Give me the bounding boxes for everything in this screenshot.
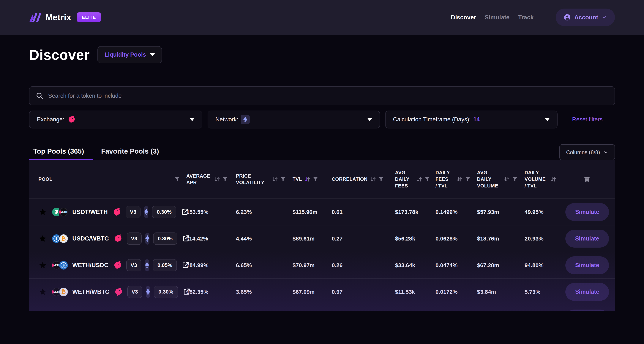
action-cell: Simulate: [559, 305, 615, 311]
header-avg-daily-fees: AVG DAILY FEES: [395, 169, 414, 189]
token-pair-icons: WETH ₿: [52, 287, 68, 297]
tvl-value: $89.61m: [292, 236, 332, 242]
tvl-sort-icon-active-desc[interactable]: [304, 176, 310, 182]
avg-daily-volume-sort-icon[interactable]: [504, 176, 510, 182]
table-row: $ ₿ USDC/WBTC V3 0.30% 114.42% 4.44% $89…: [29, 225, 615, 252]
favorite-star-icon[interactable]: [38, 208, 47, 216]
nav-item-simulate[interactable]: Simulate: [485, 14, 510, 21]
exchange-filter-dropdown[interactable]: Exchange:: [29, 111, 202, 128]
favorite-star-icon[interactable]: [38, 261, 47, 270]
daily-volume-tvl-value: 49.95%: [524, 209, 559, 215]
daily-fees-tvl-value: 0.1499%: [436, 209, 477, 215]
daily-volume-tvl-sort-icon[interactable]: [550, 176, 556, 182]
average-apr-value: 184.99%: [186, 262, 236, 268]
chevron-down-icon: [602, 14, 607, 20]
avg-daily-fees-value: $11.53k: [395, 289, 436, 295]
table-row: WETH $ WETH/USDC V3 0.05% 184.99% 6.65% …: [29, 252, 615, 278]
reset-filters-link[interactable]: Reset filters: [572, 116, 603, 123]
average-apr-filter-icon[interactable]: [222, 176, 228, 182]
ethereum-icon: [241, 115, 250, 124]
avg-daily-volume-filter-icon[interactable]: [512, 176, 518, 182]
avg-daily-fees-sort-icon[interactable]: [416, 176, 422, 182]
pool-fee-badge: 0.30%: [152, 206, 176, 218]
tvl-value: $70.97m: [292, 262, 332, 268]
favorite-star-icon[interactable]: [38, 288, 47, 296]
metrix-logo-icon: [29, 12, 41, 22]
price-volatility-value: 6.65%: [236, 262, 292, 268]
brand-logo[interactable]: Metrix: [29, 12, 71, 22]
token-icon-wbtc: ₿: [58, 287, 68, 297]
pool-cell: ₮ WETH USDT/WETH V3 0.30%: [29, 206, 186, 218]
daily-fees-tvl-value: 0.0172%: [436, 289, 477, 295]
ethereum-network-icon: [145, 259, 149, 271]
pool-fee-badge: 0.30%: [153, 233, 177, 245]
timeframe-filter-dropdown[interactable]: Calculation Timeframe (Days): 14: [385, 111, 558, 128]
price-volatility-sort-icon[interactable]: [272, 176, 278, 182]
correlation-sort-icon[interactable]: [370, 176, 376, 182]
pool-pair-label: WETH/USDC: [72, 262, 108, 269]
nav-item-track[interactable]: Track: [518, 14, 534, 21]
account-label: Account: [574, 14, 598, 21]
correlation-value: 0.61: [332, 209, 395, 215]
nav-item-discover[interactable]: Discover: [451, 14, 476, 21]
avg-daily-fees-filter-icon[interactable]: [424, 176, 430, 182]
daily-fees-tvl-value: 0.0474%: [436, 262, 477, 268]
pool-cell: WETH ₿ WETH/WBTC V3 0.30%: [29, 286, 186, 298]
top-navbar: Metrix ELITE Discover Simulate Track Acc…: [0, 0, 644, 35]
pool-fee-badge: 0.30%: [154, 286, 178, 298]
trash-icon[interactable]: [584, 176, 590, 183]
tvl-filter-icon[interactable]: [313, 176, 318, 182]
pool-version-badge: V3: [127, 286, 142, 298]
simulate-button[interactable]: Simulate: [565, 310, 609, 311]
correlation-value: 0.97: [332, 289, 395, 295]
network-filter-dropdown[interactable]: Network:: [208, 111, 380, 128]
pool-filter-icon[interactable]: [174, 176, 180, 182]
elite-badge: ELITE: [77, 12, 101, 22]
pool-cell: WETH $ WETH/USDC V3 0.05%: [29, 259, 186, 271]
favorite-star-icon[interactable]: [38, 234, 47, 243]
pool-version-badge: V3: [126, 259, 141, 271]
header-tvl: TVL: [292, 176, 302, 182]
correlation-value: 0.26: [332, 262, 395, 268]
correlation-filter-icon[interactable]: [378, 176, 384, 182]
price-volatility-filter-icon[interactable]: [280, 176, 286, 182]
simulate-button[interactable]: Simulate: [565, 283, 609, 301]
correlation-value: 0.27: [332, 236, 395, 242]
simulate-button[interactable]: Simulate: [565, 256, 609, 274]
token-pair-icons: ₮ WETH: [52, 207, 68, 217]
header-price-volatility: PRICE VOLATILITY: [236, 173, 270, 186]
tab-favorite-pools[interactable]: Favorite Pools (3): [92, 147, 168, 160]
search-icon: [36, 92, 44, 100]
price-volatility-value: 3.65%: [236, 289, 292, 295]
account-button[interactable]: Account: [556, 8, 615, 26]
daily-fees-tvl-filter-icon[interactable]: [465, 176, 470, 182]
network-filter-label: Network:: [216, 116, 238, 123]
table-body: ₮ WETH USDT/WETH V3 0.30% 153.55% 6.23% …: [29, 198, 615, 311]
token-icon-weth: WETH: [58, 207, 68, 217]
page-title: Discover: [29, 47, 90, 63]
action-cell: Simulate: [559, 225, 615, 252]
uniswap-exchange-icon: [114, 288, 123, 296]
token-icon-usdc: $: [58, 260, 68, 270]
columns-selector-button[interactable]: Columns (8/8): [560, 144, 615, 160]
uniswap-exchange-icon: [114, 234, 122, 243]
average-apr-value: 153.55%: [186, 209, 236, 215]
search-input[interactable]: [48, 92, 608, 99]
pool-version-badge: V3: [126, 206, 140, 218]
header-pool: POOL: [38, 176, 52, 182]
token-pair-icons: WETH $: [52, 260, 68, 270]
timeframe-filter-label: Calculation Timeframe (Days):: [393, 116, 471, 123]
simulate-button[interactable]: Simulate: [565, 203, 609, 221]
timeframe-filter-value: 14: [473, 116, 480, 123]
tab-top-pools[interactable]: Top Pools (365): [29, 147, 92, 160]
daily-fees-tvl-sort-icon[interactable]: [456, 176, 463, 182]
ethereum-network-icon: [146, 286, 150, 298]
average-apr-sort-icon[interactable]: [214, 176, 220, 182]
view-selector-label: Liquidity Pools: [104, 51, 146, 58]
simulate-button[interactable]: Simulate: [565, 230, 609, 248]
brand-name: Metrix: [46, 12, 71, 22]
daily-volume-tvl-value: 20.93%: [524, 236, 559, 242]
user-icon: [564, 13, 571, 21]
view-selector-dropdown[interactable]: Liquidity Pools: [98, 46, 162, 63]
nav-links: Discover Simulate Track Account: [451, 8, 615, 26]
